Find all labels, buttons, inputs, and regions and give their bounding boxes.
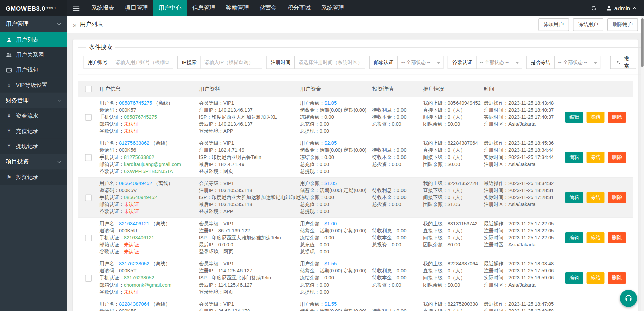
- sidebar-group-invest[interactable]: 项目投资: [0, 154, 67, 170]
- admin-menu[interactable]: admin: [603, 0, 644, 16]
- login-env-label: 登录环境：: [199, 249, 223, 254]
- freeze-button[interactable]: 冻结: [587, 192, 605, 203]
- last-op-value: 2023-11-25 18:03:48: [508, 261, 554, 267]
- delete-button[interactable]: 删除: [608, 272, 626, 284]
- regtime-input[interactable]: [294, 56, 365, 69]
- nav-item-user-center[interactable]: 用户中心: [153, 0, 187, 16]
- freeze-button[interactable]: 冻结: [587, 112, 605, 123]
- cell-promotion: 我的上级：82284387064 直接下级：0（人） 间接下级：0（人） 团队余…: [422, 261, 483, 289]
- freeze-button[interactable]: 冻结: [587, 272, 605, 284]
- select-all-checkbox[interactable]: [85, 86, 92, 92]
- username-link[interactable]: 085640949452: [119, 181, 152, 186]
- balance-link[interactable]: $1.05: [324, 100, 337, 106]
- delete-button[interactable]: 删除: [608, 232, 626, 243]
- row-checkbox[interactable]: [85, 114, 92, 121]
- delete-button[interactable]: 删除: [608, 152, 626, 163]
- scrollbar-thumb[interactable]: [641, 18, 643, 67]
- sidebar-item-label: 充值记录: [16, 127, 38, 135]
- reg-time-label: 注册时间：: [484, 107, 508, 113]
- user-table: 用户信息 用户资料 用户资金 投资详情 推广情况 时间 用户名：08587674…: [78, 81, 633, 311]
- freeze-user-button[interactable]: 冻结用户: [573, 18, 603, 31]
- email-auth-label: 邮箱认证：: [99, 161, 124, 167]
- sidebar-group-label: 项目投资: [6, 158, 29, 165]
- search-button[interactable]: 搜 索: [610, 56, 636, 69]
- caret-up-icon: [633, 7, 637, 9]
- frozen-status-select[interactable]: -- 全部状态 --: [554, 56, 600, 69]
- google-auth-label: 谷歌认证：: [99, 289, 124, 295]
- edit-button[interactable]: 编辑: [565, 112, 583, 123]
- sidebar-item-withdraw-records[interactable]: ¥ 提现记录: [0, 139, 67, 154]
- timezone-label: 注册时区：: [484, 282, 508, 288]
- google-status-select[interactable]: -- 全部状态 --: [476, 56, 522, 69]
- customer-service-button[interactable]: [620, 290, 637, 307]
- sidebar-item-user-list[interactable]: 用户列表: [0, 32, 67, 47]
- total-invest-label: 总投资：: [372, 201, 392, 207]
- freeze-button[interactable]: 冻结: [587, 152, 605, 163]
- sidebar-item-vip-settings[interactable]: ☆ VIP等级设置: [0, 77, 67, 92]
- delete-button[interactable]: 删除: [608, 112, 626, 123]
- cell-user-profile: 会员等级：VIP1 注册IP：140.213.46.137 ISP：印度尼西亚大…: [198, 100, 299, 135]
- balance-link[interactable]: $1.00: [324, 221, 337, 227]
- ip-input[interactable]: [201, 56, 262, 69]
- edit-button[interactable]: 编辑: [565, 232, 583, 243]
- menu-icon[interactable]: [67, 0, 86, 16]
- row-checkbox[interactable]: [85, 275, 92, 282]
- username-link[interactable]: 83176238052: [119, 261, 149, 267]
- refresh-icon[interactable]: [585, 0, 603, 16]
- login-env-value: 网页: [223, 289, 233, 295]
- savings-label: 储蓄金：: [300, 308, 320, 311]
- pending-principal-value: 0.00: [397, 235, 407, 240]
- reg-ip-label: 注册IP：: [199, 188, 218, 193]
- email-status-select[interactable]: -- 全部状态 --: [398, 56, 444, 69]
- savings-label: 储蓄金：: [300, 188, 320, 193]
- sidebar-item-invest-records[interactable]: ⚑ 投资记录: [0, 170, 67, 185]
- admin-label: admin: [614, 5, 630, 12]
- savings-value: 活期(0.00) 定期(0.00): [320, 107, 367, 113]
- sidebar-group-user-mgmt[interactable]: 用户管理: [0, 16, 67, 32]
- balance-link[interactable]: $1.55: [324, 301, 337, 307]
- username-link[interactable]: 085876745275: [119, 100, 152, 106]
- nav-item-system-report[interactable]: 系统报表: [86, 0, 119, 16]
- sidebar-group-finance[interactable]: 财务管理: [0, 93, 67, 109]
- sidebar-item-user-network[interactable]: 用户关系网: [0, 47, 67, 62]
- nav-item-info[interactable]: 信息管理: [187, 0, 220, 16]
- sidebar: 用户管理 用户列表 用户关系网 用户钱包 ☆ VIP等级设置 财务管理 ¥ 资金…: [0, 16, 67, 311]
- sidebar-item-recharge-records[interactable]: ¥ 充值记录: [0, 124, 67, 139]
- reg-time-label: 注册时间：: [484, 308, 508, 311]
- edit-button[interactable]: 编辑: [565, 152, 583, 163]
- username-link[interactable]: 82163406121: [119, 221, 149, 227]
- edit-button[interactable]: 编辑: [565, 192, 583, 203]
- balance-link[interactable]: $1.55: [324, 261, 337, 267]
- nav-item-reward[interactable]: 奖励管理: [221, 0, 254, 16]
- reg-ip-value: 140.213.46.137: [218, 107, 253, 113]
- upline-label: 我的上级：: [423, 301, 447, 307]
- username-link[interactable]: 81275633862: [119, 140, 149, 146]
- balance-link[interactable]: $1.05: [324, 181, 337, 186]
- frozen-balance-label: 冻结余额：: [300, 275, 324, 281]
- delete-button[interactable]: 删除: [608, 192, 626, 203]
- nav-item-system[interactable]: 系统管理: [316, 0, 350, 16]
- row-checkbox[interactable]: [85, 194, 92, 201]
- email-status-label: 邮箱认证: [369, 56, 398, 69]
- username-link[interactable]: 82284387064: [119, 301, 149, 307]
- cell-user-profile: 会员等级：VIP1 注册IP：103.105.35.118 ISP：印度尼西亚大…: [198, 180, 299, 215]
- nav-item-project[interactable]: 项目管理: [119, 0, 153, 16]
- sidebar-item-fund-flow[interactable]: ¥ 资金流水: [0, 108, 67, 123]
- edit-button[interactable]: 编辑: [565, 272, 583, 284]
- delete-user-button[interactable]: 删除用户: [607, 18, 638, 31]
- freeze-button[interactable]: 冻结: [587, 232, 605, 243]
- add-user-button[interactable]: 添加用户: [538, 18, 569, 31]
- user-list-card: 条件搜索 用户账号 IP搜索 注册时间: [73, 40, 638, 311]
- sidebar-item-user-wallet[interactable]: 用户钱包: [0, 62, 67, 77]
- nav-item-savings[interactable]: 储蓄金: [254, 0, 282, 16]
- nav-item-points-mall[interactable]: 积分商城: [282, 0, 316, 16]
- email-auth-value: 未认证: [124, 201, 139, 207]
- timezone-value: Asia/Jakarta: [508, 201, 536, 207]
- account-input[interactable]: [112, 56, 173, 69]
- row-checkbox[interactable]: [85, 154, 92, 161]
- total-invest-value: 0.00: [392, 282, 401, 288]
- balance-link[interactable]: $2.05: [324, 140, 337, 146]
- google-auth-value: 6XWPFI5PTBCNJ5TA: [124, 168, 173, 174]
- row-checkbox[interactable]: [85, 235, 92, 241]
- search-icon: [616, 60, 620, 65]
